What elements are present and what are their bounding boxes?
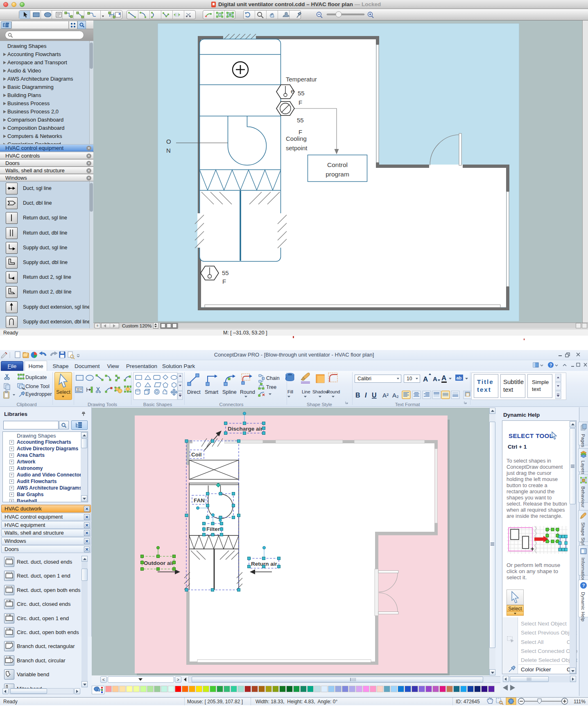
svg-text:Coil: Coil (191, 452, 202, 458)
svg-text:A₂: A₂ (392, 392, 399, 399)
svg-text:B: B (355, 392, 360, 399)
svg-text:Temperatur: Temperatur (286, 76, 317, 83)
svg-text:Smart: Smart (205, 389, 219, 395)
svg-text:Shadow: Shadow (312, 389, 329, 394)
svg-text:e: e (291, 88, 294, 95)
svg-text:A: A (433, 375, 437, 382)
svg-text:Filter: Filter (206, 526, 220, 532)
svg-text:Round: Round (327, 389, 340, 394)
svg-text:55: 55 (298, 90, 305, 97)
svg-text:setpoint: setpoint (286, 145, 308, 151)
svg-text:?: ? (582, 583, 585, 588)
svg-text:Cooling: Cooling (286, 135, 307, 142)
svg-text:A²: A² (382, 392, 389, 399)
svg-text:Fill: Fill (287, 389, 293, 394)
svg-text:F: F (222, 278, 226, 285)
svg-text:FAN: FAN (194, 497, 205, 504)
svg-text:Spline: Spline (222, 389, 237, 395)
svg-text:F: F (299, 99, 302, 106)
svg-text:ab: ab (457, 375, 462, 380)
svg-text:Tree: Tree (266, 384, 276, 390)
svg-text:A: A (441, 374, 446, 382)
svg-text:U: U (372, 392, 377, 399)
svg-text:Chain: Chain (266, 375, 280, 381)
svg-text:T: T (77, 388, 79, 391)
svg-text:55: 55 (297, 117, 304, 124)
svg-text:program: program (326, 171, 349, 178)
svg-text:I: I (365, 392, 367, 399)
svg-text:Line: Line (302, 389, 310, 394)
svg-text:Round: Round (240, 389, 255, 395)
svg-text:Control: Control (327, 161, 348, 168)
svg-text:F: F (299, 129, 302, 135)
svg-text:A: A (423, 375, 428, 383)
svg-text:O: O (166, 138, 171, 145)
svg-text:N: N (166, 147, 171, 154)
svg-text:Discharge air: Discharge air (228, 426, 263, 432)
svg-text:Direct: Direct (187, 389, 201, 395)
svg-text:Outdoor air: Outdoor air (144, 560, 174, 566)
svg-text:55: 55 (222, 269, 229, 276)
